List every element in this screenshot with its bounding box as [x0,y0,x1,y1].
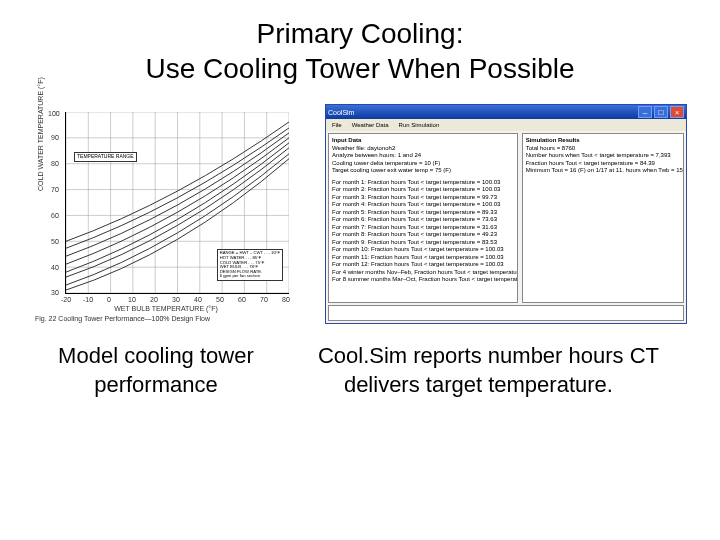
right-pane: Simulation Results Total hours = 8760 Nu… [522,133,684,303]
caption-row: Model cooling tower performance Cool.Sim… [30,342,690,399]
design-legend-box: RANGE = HWT – CWT . . . 10°F HOT WATER .… [217,249,283,281]
y-axis-label: COLD WATER TEMPERATURE (°F) [37,77,44,191]
caption-right: Cool.Sim reports number hours CT deliver… [310,342,690,399]
temp-range-label: TEMPERATURE RANGE [74,152,137,162]
chart-axes: TEMPERATURE RANGE RANGE = HWT – CWT . . … [65,112,289,294]
sim-heading: Simulation Results [526,137,580,143]
bottom-pane [328,305,684,321]
title-line2: Use Cooling Tower When Possible [145,53,574,84]
title-line1: Primary Cooling: [257,18,464,49]
caption-left: Model cooling tower performance [30,342,282,399]
figure-row: COLD WATER TEMPERATURE (°F) WET BULB TEM… [30,104,690,322]
menu-file[interactable]: File [332,122,342,128]
maximize-icon[interactable]: □ [654,106,668,118]
window-titlebar: CoolSim – □ × [326,105,686,119]
menu-run[interactable]: Run Simulation [399,122,440,128]
coolsim-window: CoolSim – □ × File Weather Data Run Simu… [325,104,687,324]
figure-caption: Fig. 22 Cooling Tower Performance—100% D… [35,315,210,322]
x-axis-label: WET BULB TEMPERATURE (°F) [114,305,218,312]
page-title: Primary Cooling: Use Cooling Tower When … [30,16,690,86]
window-menu: File Weather Data Run Simulation [326,119,686,131]
left-figure: COLD WATER TEMPERATURE (°F) WET BULB TEM… [35,104,297,322]
left-pane: Input Data Weather file: daytonoh2 Analy… [328,133,518,303]
window-title: CoolSim [328,109,354,116]
close-icon[interactable]: × [670,106,684,118]
minimize-icon[interactable]: – [638,106,652,118]
right-figure: CoolSim – □ × File Weather Data Run Simu… [325,104,685,322]
menu-weather[interactable]: Weather Data [352,122,389,128]
input-heading: Input Data [332,137,361,143]
